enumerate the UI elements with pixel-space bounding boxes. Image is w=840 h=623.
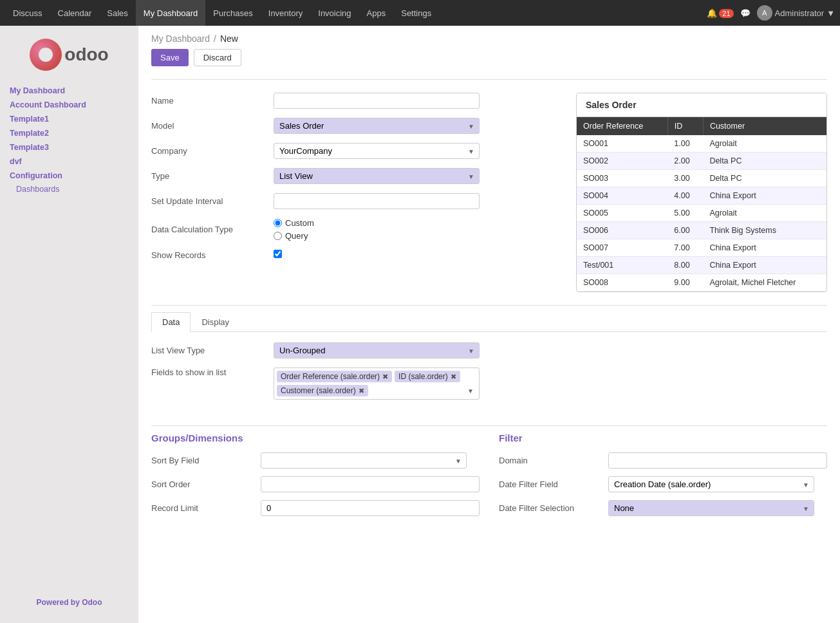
show-records-checkbox[interactable] bbox=[274, 250, 282, 258]
table-cell-ref: SO001 bbox=[577, 135, 667, 153]
list-view-type-label: List View Type bbox=[151, 346, 274, 355]
record-limit-input[interactable] bbox=[261, 500, 480, 516]
sidebar-section-configuration[interactable]: Configuration bbox=[0, 169, 138, 183]
tag-customer-remove[interactable]: ✖ bbox=[359, 387, 364, 395]
update-interval-control bbox=[274, 193, 480, 209]
filter-section: Filter Domain Date Filter Field Creation… bbox=[499, 432, 827, 524]
top-navigation: Discuss Calendar Sales My Dashboard Purc… bbox=[0, 0, 840, 26]
table-cell-ref: Test/001 bbox=[577, 257, 667, 274]
table-row: SO0033.00Delta PC bbox=[577, 170, 826, 187]
save-button[interactable]: Save bbox=[151, 49, 189, 66]
sidebar-subitem-dashboards[interactable]: Dashboards bbox=[0, 183, 138, 196]
preview-table-body: SO0011.00AgrolaitSO0022.00Delta PCSO0033… bbox=[577, 135, 826, 292]
logo-area: odoo bbox=[0, 32, 138, 84]
table-row: Test/0018.00China Export bbox=[577, 257, 826, 274]
table-row: SO0089.00Agrolait, Michel Fletcher bbox=[577, 274, 826, 292]
nav-inventory[interactable]: Inventory bbox=[261, 0, 310, 26]
model-select[interactable]: Sales Order bbox=[274, 118, 480, 134]
user-avatar[interactable]: A Administrator ▼ bbox=[757, 5, 835, 21]
table-cell-id: 1.00 bbox=[667, 135, 703, 153]
sidebar-item-template1[interactable]: Template1 bbox=[0, 112, 138, 126]
nav-discuss[interactable]: Discuss bbox=[5, 0, 50, 26]
table-cell-customer: China Export bbox=[703, 187, 826, 205]
type-select[interactable]: List View bbox=[274, 168, 480, 184]
table-cell-ref: SO002 bbox=[577, 153, 667, 170]
sidebar-item-account-dashboard[interactable]: Account Dashboard bbox=[0, 98, 138, 112]
record-limit-control bbox=[261, 500, 480, 516]
update-interval-input[interactable] bbox=[274, 193, 480, 209]
name-input[interactable] bbox=[274, 93, 480, 109]
table-cell-ref: SO008 bbox=[577, 274, 667, 292]
name-control bbox=[274, 93, 480, 109]
table-cell-customer: Delta PC bbox=[703, 153, 826, 170]
data-calc-control: Custom Query bbox=[274, 218, 480, 241]
radio-custom[interactable]: Custom bbox=[274, 218, 480, 228]
table-cell-id: 5.00 bbox=[667, 205, 703, 222]
form-row-name: Name bbox=[151, 93, 563, 109]
list-view-type-control: Un-Grouped ▼ bbox=[274, 342, 480, 358]
tag-order-ref-label: Order Reference (sale.order) bbox=[281, 372, 380, 381]
odoo-logo[interactable]: odoo bbox=[30, 39, 108, 71]
fields-tags[interactable]: Order Reference (sale.order) ✖ ID (sale.… bbox=[274, 367, 480, 400]
date-filter-field-select[interactable]: Creation Date (sale.order) bbox=[608, 476, 814, 492]
table-cell-id: 4.00 bbox=[667, 187, 703, 205]
table-cell-id: 9.00 bbox=[667, 274, 703, 292]
preview-title: Sales Order bbox=[577, 93, 826, 117]
company-select[interactable]: YourCompany bbox=[274, 143, 480, 159]
table-cell-customer: Agrolait bbox=[703, 135, 826, 153]
data-calc-radio-group: Custom Query bbox=[274, 218, 480, 241]
type-control: List View ▼ bbox=[274, 168, 480, 184]
radio-custom-input[interactable] bbox=[274, 219, 282, 227]
preview-panel: Sales Order Order Reference ID Customer … bbox=[576, 93, 827, 292]
preview-table-head: Order Reference ID Customer bbox=[577, 117, 826, 135]
tag-id-remove[interactable]: ✖ bbox=[451, 373, 456, 381]
domain-input[interactable] bbox=[608, 452, 827, 469]
tab-data[interactable]: Data bbox=[151, 312, 191, 332]
notification-icon[interactable]: 🔔 21 bbox=[707, 8, 734, 18]
nav-purchases[interactable]: Purchases bbox=[205, 0, 260, 26]
sidebar-item-template3[interactable]: Template3 bbox=[0, 140, 138, 154]
sort-by-field-select[interactable] bbox=[261, 452, 467, 469]
sidebar-item-dvf[interactable]: dvf bbox=[0, 154, 138, 169]
form-row-update-interval: Set Update Interval bbox=[151, 193, 563, 209]
notification-badge: 21 bbox=[719, 9, 733, 18]
nav-calendar[interactable]: Calendar bbox=[50, 0, 100, 26]
nav-settings[interactable]: Settings bbox=[393, 0, 439, 26]
fields-label: Fields to show in list bbox=[151, 367, 274, 377]
radio-query-input[interactable] bbox=[274, 232, 282, 240]
radio-query-label: Query bbox=[285, 231, 308, 241]
table-cell-ref: SO005 bbox=[577, 205, 667, 222]
nav-invoicing[interactable]: Invoicing bbox=[310, 0, 359, 26]
table-cell-ref: SO007 bbox=[577, 239, 667, 257]
sort-order-input[interactable] bbox=[261, 476, 480, 492]
type-label: Type bbox=[151, 171, 274, 181]
tags-dropdown-icon[interactable]: ▼ bbox=[465, 386, 476, 396]
user-dropdown-icon: ▼ bbox=[826, 8, 835, 18]
tag-order-ref-remove[interactable]: ✖ bbox=[382, 373, 388, 381]
sidebar-item-template2[interactable]: Template2 bbox=[0, 126, 138, 140]
nav-my-dashboard[interactable]: My Dashboard bbox=[136, 0, 206, 26]
table-row: SO0011.00Agrolait bbox=[577, 135, 826, 153]
breadcrumb-parent[interactable]: My Dashboard bbox=[151, 33, 210, 44]
table-cell-ref: SO006 bbox=[577, 222, 667, 239]
nav-apps[interactable]: Apps bbox=[359, 0, 394, 26]
logo-text: odoo bbox=[64, 44, 108, 65]
tab-display[interactable]: Display bbox=[191, 312, 240, 332]
table-row: SO0022.00Delta PC bbox=[577, 153, 826, 170]
date-filter-selection-select[interactable]: None bbox=[608, 500, 814, 516]
radio-query[interactable]: Query bbox=[274, 231, 480, 241]
sidebar-item-my-dashboard[interactable]: My Dashboard bbox=[0, 84, 138, 98]
table-cell-id: 7.00 bbox=[667, 239, 703, 257]
tag-customer-label: Customer (sale.order) bbox=[281, 386, 356, 395]
groups-section: Groups/Dimensions Sort By Field ▼ Sort O… bbox=[151, 432, 480, 524]
table-cell-ref: SO004 bbox=[577, 187, 667, 205]
list-view-type-select[interactable]: Un-Grouped bbox=[274, 342, 480, 358]
discard-button[interactable]: Discard bbox=[194, 49, 241, 66]
domain-label: Domain bbox=[499, 456, 608, 465]
main-content: My Dashboard / New Save Discard Name bbox=[138, 26, 840, 623]
form-area: Name Model Sales Order ▼ bbox=[138, 86, 840, 299]
sidebar: odoo My Dashboard Account Dashboard Temp… bbox=[0, 26, 138, 623]
model-label: Model bbox=[151, 121, 274, 131]
chat-icon[interactable]: 💬 bbox=[740, 8, 751, 18]
nav-sales[interactable]: Sales bbox=[99, 0, 136, 26]
